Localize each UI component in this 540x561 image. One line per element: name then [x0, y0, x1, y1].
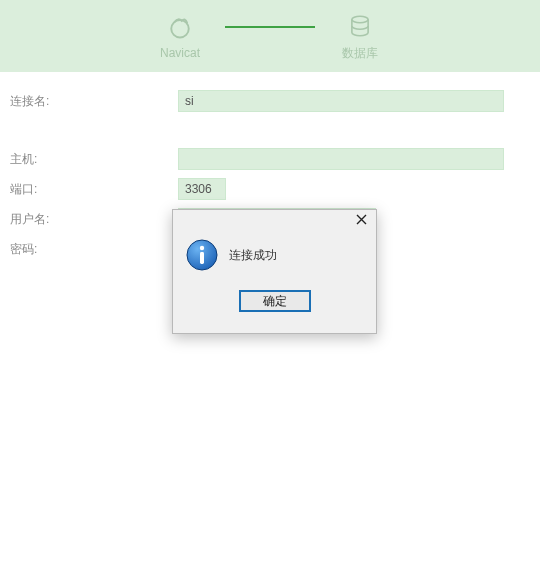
- user-label: 用户名:: [10, 211, 178, 228]
- navicat-icon: [165, 12, 195, 42]
- success-dialog: 连接成功 确定: [172, 209, 377, 334]
- database-icon: [345, 11, 375, 41]
- svg-point-1: [352, 16, 368, 23]
- conn-name-label: 连接名:: [10, 93, 178, 110]
- wizard-step-database-label: 数据库: [342, 45, 378, 62]
- wizard-step-database: 数据库: [315, 11, 405, 62]
- close-icon: [356, 214, 367, 228]
- wizard-header: Navicat 数据库: [0, 0, 540, 72]
- host-input[interactable]: [178, 148, 504, 170]
- dialog-body: 连接成功: [173, 232, 376, 272]
- pass-label: 密码:: [10, 241, 178, 258]
- dialog-buttons: 确定: [173, 272, 376, 312]
- conn-name-input[interactable]: [178, 90, 504, 112]
- port-input[interactable]: [178, 178, 226, 200]
- wizard-step-navicat: Navicat: [135, 12, 225, 60]
- wizard-step-line: [225, 26, 315, 28]
- info-icon: [185, 238, 219, 272]
- row-port: 端口:: [10, 178, 520, 200]
- svg-rect-4: [200, 252, 204, 264]
- row-host: 主机:: [10, 148, 520, 170]
- host-label: 主机:: [10, 151, 178, 168]
- svg-point-3: [200, 246, 204, 250]
- ok-button[interactable]: 确定: [239, 290, 311, 312]
- wizard-step-navicat-label: Navicat: [160, 46, 200, 60]
- dialog-titlebar: [173, 210, 376, 232]
- dialog-message: 连接成功: [229, 247, 277, 264]
- row-conn-name: 连接名:: [10, 90, 520, 112]
- close-button[interactable]: [346, 210, 376, 232]
- port-label: 端口:: [10, 181, 178, 198]
- ok-button-label: 确定: [263, 293, 287, 310]
